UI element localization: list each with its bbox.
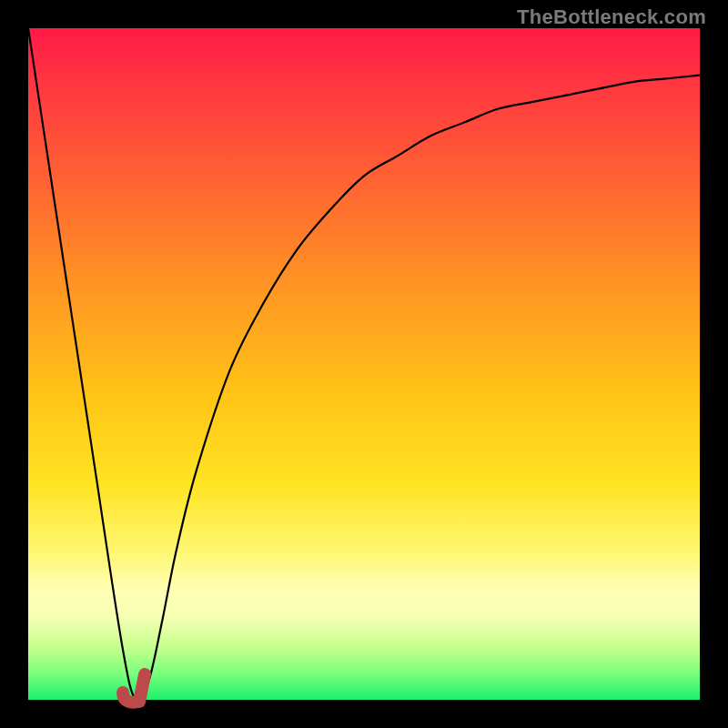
watermark-text: TheBottleneck.com [517, 5, 706, 29]
plot-area [28, 28, 700, 700]
optimal-marker [123, 674, 145, 703]
chart-svg [28, 28, 700, 700]
bottleneck-curve [28, 28, 700, 702]
chart-frame: TheBottleneck.com [0, 0, 728, 728]
